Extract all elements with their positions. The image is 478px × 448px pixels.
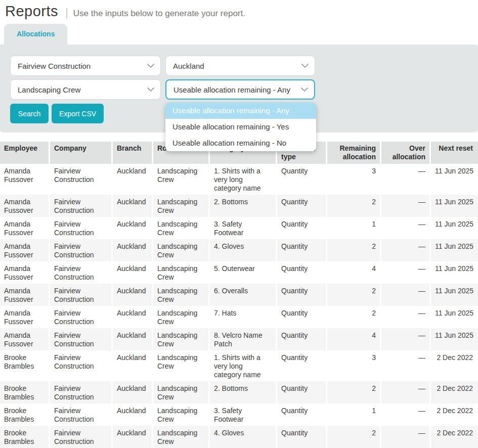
table-row: Brooke BramblesFairview ConstructionAuck… — [0, 350, 478, 381]
table-cell: 11 Jun 2025 — [429, 261, 478, 284]
table-cell: — — [380, 350, 429, 381]
table-cell: 2 — [326, 284, 380, 306]
chevron-down-icon — [147, 87, 154, 92]
allocation-remaining-select-value: Useable allocation remaining - Any — [173, 85, 290, 94]
table-cell: 2 — [326, 426, 380, 448]
column-header-company: Company — [49, 142, 111, 164]
table-cell: Quantity — [276, 195, 326, 217]
table-cell: — — [380, 217, 429, 239]
table-cell: 3. Safety Footwear — [208, 404, 276, 426]
table-cell: Quantity — [276, 217, 326, 239]
dropdown-option[interactable]: Useable allocation remaining - No — [165, 135, 316, 151]
table-cell: 2 — [326, 239, 380, 261]
table-body: Amanda FussoverFairview ConstructionAuck… — [0, 164, 478, 448]
table-cell: 6. Overalls — [208, 284, 276, 306]
table-cell: Amanda Fussover — [0, 328, 49, 350]
table-row: Brooke BramblesFairview ConstructionAuck… — [0, 381, 478, 404]
table-cell: Auckland — [111, 350, 152, 381]
table-cell: Fairview Construction — [49, 350, 111, 381]
table-cell: 2 Dec 2022 — [429, 404, 478, 426]
table-cell: 4 — [326, 328, 380, 350]
table-cell: 11 Jun 2025 — [429, 328, 478, 350]
table-cell: 11 Jun 2025 — [429, 164, 478, 195]
table-cell: Quantity — [276, 381, 326, 404]
table-cell: Landscaping Crew — [152, 217, 208, 239]
chevron-down-icon — [147, 64, 154, 68]
table-cell: Auckland — [111, 261, 152, 284]
table-cell: Brooke Brambles — [0, 350, 49, 381]
column-header-employee: Employee — [0, 142, 49, 164]
tab-allocations[interactable]: Allocations — [4, 24, 67, 44]
table-cell: Quantity — [276, 239, 326, 261]
table-cell: Landscaping Crew — [152, 261, 208, 284]
allocations-table: Employee Company Branch Role Category Al… — [0, 142, 478, 448]
table-cell: Quantity — [276, 261, 326, 284]
table-cell: — — [380, 306, 429, 328]
column-header-remaining-allocation: Remaining allocation — [326, 142, 380, 164]
company-select[interactable]: Fairview Construction — [10, 56, 161, 76]
chevron-down-icon — [301, 64, 309, 68]
table-cell: Amanda Fussover — [0, 164, 49, 195]
table-cell: Quantity — [276, 350, 326, 381]
dropdown-option[interactable]: Useable allocation remaining - Any — [165, 103, 316, 119]
column-header-branch: Branch — [111, 142, 152, 164]
table-cell: 1. Shirts with a very long category name — [208, 164, 276, 195]
table-cell: Fairview Construction — [49, 261, 111, 284]
table-cell: Landscaping Crew — [152, 350, 208, 381]
table-cell: Landscaping Crew — [152, 381, 208, 404]
table-row: Amanda FussoverFairview ConstructionAuck… — [0, 306, 478, 328]
table-cell: — — [380, 195, 429, 217]
table-cell: Fairview Construction — [49, 239, 111, 261]
table-cell: Amanda Fussover — [0, 217, 49, 239]
table-cell: 1 — [326, 404, 380, 426]
table-cell: 2 Dec 2022 — [429, 381, 478, 404]
chevron-down-icon — [301, 87, 308, 92]
table-cell: 2 — [326, 306, 380, 328]
table-row: Brooke BramblesFairview ConstructionAuck… — [0, 404, 478, 426]
table-cell: Amanda Fussover — [0, 261, 49, 284]
tab-allocations-label: Allocations — [17, 30, 55, 38]
table-cell: — — [380, 328, 429, 350]
table-cell: 2 Dec 2022 — [429, 350, 478, 381]
table-cell: Landscaping Crew — [152, 306, 208, 328]
table-cell: Quantity — [276, 328, 326, 350]
role-select-value: Landscaping Crew — [18, 85, 80, 94]
table-cell: 11 Jun 2025 — [429, 239, 478, 261]
column-header-next-reset: Next reset — [429, 142, 478, 164]
branch-select-value: Auckland — [173, 62, 204, 70]
table-row: Amanda FussoverFairview ConstructionAuck… — [0, 328, 478, 350]
table-cell: 1. Shirts with a very long category name — [208, 350, 276, 381]
table-cell: Quantity — [276, 284, 326, 306]
table-cell: Quantity — [276, 306, 326, 328]
dropdown-option[interactable]: Useable allocation remaining - Yes — [165, 119, 316, 135]
table-cell: Amanda Fussover — [0, 284, 49, 306]
branch-select[interactable]: Auckland — [165, 56, 315, 76]
page-title: Reports — [5, 3, 58, 20]
table-cell: Fairview Construction — [49, 217, 111, 239]
table-cell: Quantity — [276, 164, 326, 195]
export-csv-button[interactable]: Export CSV — [52, 104, 104, 123]
table-cell: Auckland — [111, 404, 152, 426]
table-cell: Landscaping Crew — [152, 328, 208, 350]
page-header: Reports | Use the inputs below to genera… — [0, 0, 478, 24]
table-cell: 4. Gloves — [208, 239, 276, 261]
table-cell: 4. Gloves — [208, 426, 276, 448]
search-button[interactable]: Search — [10, 104, 49, 123]
table-cell: Fairview Construction — [49, 328, 111, 350]
table-cell: Landscaping Crew — [152, 164, 208, 195]
table-cell: — — [380, 164, 429, 195]
table-cell: Auckland — [111, 164, 152, 195]
role-select[interactable]: Landscaping Crew — [10, 79, 161, 100]
table-row: Amanda FussoverFairview ConstructionAuck… — [0, 284, 478, 306]
table-cell: 3 — [326, 164, 380, 195]
table-cell: Fairview Construction — [49, 404, 111, 426]
table-cell: Brooke Brambles — [0, 404, 49, 426]
table-row: Amanda FussoverFairview ConstructionAuck… — [0, 195, 478, 217]
table-cell: 11 Jun 2025 — [429, 284, 478, 306]
table-cell: 2. Bottoms — [208, 381, 276, 404]
table-cell: — — [380, 284, 429, 306]
table-cell: Fairview Construction — [49, 306, 111, 328]
table-cell: Auckland — [111, 328, 152, 350]
table-cell: 11 Jun 2025 — [429, 217, 478, 239]
allocation-remaining-select[interactable]: Useable allocation remaining - Any — [165, 79, 315, 100]
